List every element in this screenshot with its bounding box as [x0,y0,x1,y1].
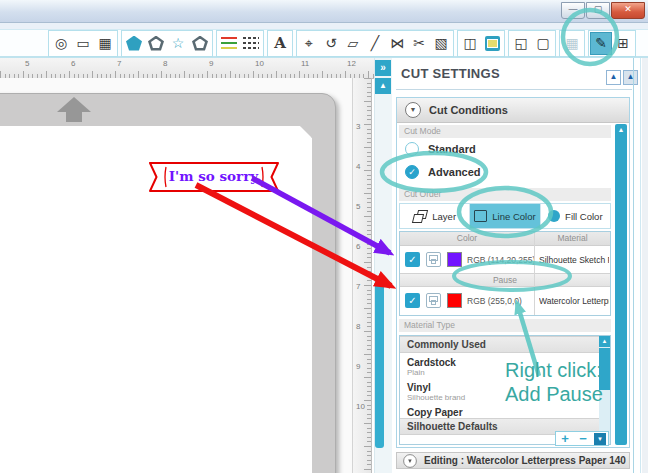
pause-row[interactable]: Pause [400,273,610,287]
silhouette-studio-window: — ▢ ✕ ◎▭▦☆A⌖↺▱╱⋈✂▧◫◱▢▦✎⊞ 56789101112 345… [0,0,648,473]
row-checkbox[interactable]: ✓ [405,252,420,267]
remove-material-button[interactable]: − [574,432,592,445]
ruler-tick [364,239,371,240]
toolbar-group: ◎▭▦ [48,30,118,57]
ruler-tick [367,363,371,364]
pick-tool-icon[interactable]: ◎ [50,32,72,55]
send-to-silhouette-icon[interactable]: ⊞ [612,32,634,55]
panel-collapse-button[interactable]: ▲ [375,78,391,94]
printer-icon [426,293,441,308]
ruler-tick [364,423,371,424]
ruler-tick [367,115,371,116]
ruler-tick [364,147,371,148]
drawing-area-icon[interactable]: ▭ [72,32,94,55]
shape-frame-icon[interactable]: ▢ [532,32,554,55]
add-material-button[interactable]: + [556,432,574,445]
fill-color-tool-icon[interactable] [481,32,503,55]
row-checkbox[interactable]: ✓ [405,293,420,308]
material-item[interactable]: Cardstock [400,353,610,368]
ruler-number: 3 [356,122,360,131]
scroll-up-icon[interactable]: ▲ [599,336,610,347]
cut-settings-icon[interactable]: ✎ [590,32,612,55]
ruler-tick [367,92,371,93]
design-canvas[interactable] [0,78,352,473]
ruler-tick [367,230,371,231]
advanced-radio-row[interactable]: ✓ Advanced [405,165,481,179]
panel-expand-button[interactable]: » [375,60,391,76]
trace-tool-icon[interactable]: ◫ [459,32,481,55]
ruler-tick [367,87,371,88]
editing-label: Editing : Watercolor Letterpress Paper 1… [424,455,629,466]
cut-conditions-header[interactable]: ▼ Cut Conditions [397,98,629,123]
panel-dock-button[interactable]: ▲ [606,70,621,85]
standard-radio-row[interactable]: Standard [405,142,476,156]
collapse-icon[interactable]: ▼ [403,454,417,468]
scissors-tool-icon[interactable]: ✂ [408,32,430,55]
reg-marks-icon[interactable]: ▦ [94,32,116,55]
move-tool-icon[interactable]: ⌖ [298,32,320,55]
pentagon-outline-icon[interactable] [145,32,167,55]
ruler-tick [367,418,371,419]
scroll-down-icon[interactable]: ▼ [594,433,606,445]
rgb-value: RGB (255,0,0) [467,296,534,306]
material-group-header[interactable]: Commonly Used [400,336,599,353]
scale-tool-icon[interactable]: ▱ [342,32,364,55]
ruler-tick [367,299,371,300]
text-tool-icon[interactable]: A [269,32,291,55]
minimize-button[interactable]: — [561,2,585,19]
ruler-number: 10 [255,59,264,68]
ruler-tick [69,71,70,78]
ruler-number: 6 [356,242,360,251]
material-item[interactable]: Vinyl [400,378,610,393]
collapse-icon[interactable]: ▼ [405,102,421,118]
ruler-tick [364,78,371,79]
advanced-radio[interactable]: ✓ [405,165,419,179]
table-row-red[interactable]: ✓ RGB (255,0,0) Watercolor Letterpress P… [400,287,610,314]
tab-line-color[interactable]: Line Color [470,204,540,228]
rgb-value: RGB (114,20,255) [467,255,534,265]
window-frame-edge [642,58,648,473]
material-list-scrollbar[interactable]: ▲ [599,336,610,444]
editing-bar[interactable]: ▼ Editing : Watercolor Letterpress Paper… [396,452,630,469]
snap-grid-icon[interactable]: ▦ [561,32,583,55]
ruler-tick [367,280,371,281]
cut-conditions-label: Cut Conditions [429,104,508,116]
divider-scroll-thumb[interactable] [375,280,384,448]
star-icon[interactable]: ☆ [167,32,189,55]
scroll-thumb[interactable] [599,348,610,390]
ruler-tick [367,455,371,456]
group-scrollbar[interactable]: ▲ [615,124,627,445]
cut-conditions-group: ▼ Cut Conditions ▲ Cut Mode Standard ✓ A… [396,97,630,448]
panel-pin-button[interactable]: ▲ [623,70,638,85]
maximize-button[interactable]: ▢ [586,2,610,19]
table-row-purple[interactable]: ✓ RGB (114,20,255) Silhouette Sketch Pen [400,246,610,273]
line-style-icon[interactable] [240,32,262,55]
polygon-tool-icon[interactable] [189,32,211,55]
ruler-number: 10 [356,402,365,411]
standard-radio[interactable] [405,142,419,156]
line-tool-icon[interactable]: ╱ [364,32,386,55]
vertical-ruler: 345678910 [352,78,372,473]
mat-direction-arrow-icon [66,112,82,122]
pattern-fill-icon[interactable]: ▧ [430,32,452,55]
material-item[interactable]: Copy Paper [400,403,610,418]
ruler-tick [161,71,162,78]
line-color-icon[interactable] [218,32,240,55]
close-button[interactable]: ✕ [611,2,645,19]
material-list[interactable]: ▲ Commonly UsedCardstockPlainVinylSilhou… [399,335,611,445]
ruler-tick [364,170,371,171]
ruler-tick [364,193,371,194]
ruler-number: 12 [347,59,356,68]
tab-fill-color[interactable]: Fill Color [541,204,610,228]
ruler-number: 9 [209,59,213,68]
page-copy-icon[interactable]: ◱ [510,32,532,55]
cut-order-table: Color Material ✓ RGB (114,20,255) Silhou… [399,231,611,316]
tab-layer[interactable]: Layer [400,204,470,228]
ruler-tick [367,405,371,406]
pentagon-filled-icon[interactable] [123,32,145,55]
rotate-tool-icon[interactable]: ↺ [320,32,342,55]
ruler-tick [367,184,371,185]
spacing-tool-icon[interactable]: ⋈ [386,32,408,55]
ruler-tick [364,446,371,447]
ruler-tick [367,372,371,373]
